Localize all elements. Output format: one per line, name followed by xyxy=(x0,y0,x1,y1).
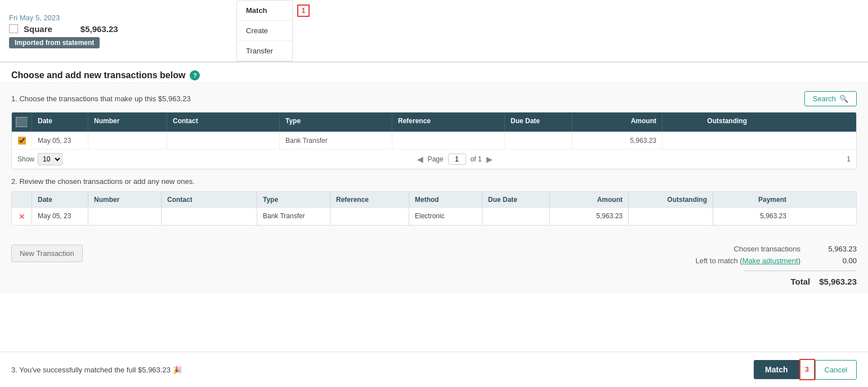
table2-col-type: Type xyxy=(257,192,330,208)
bottom-section: New Transaction Chosen transactions 5,96… xyxy=(0,238,868,293)
table1-cell-type: Bank Transfer xyxy=(280,132,392,149)
table2-col-payment: Payment xyxy=(713,192,792,208)
totals-divider xyxy=(744,271,857,271)
chosen-transactions-row: Chosen transactions 5,963.23 xyxy=(733,245,857,253)
bank-transaction-row: Fri May 5, 2023 Square $5,963.23 Importe… xyxy=(0,0,868,62)
table2-col-contact: Contact xyxy=(162,192,257,208)
table2-header: Date Number Contact Type Reference Metho… xyxy=(12,192,856,208)
footer-actions: Match 3 Cancel xyxy=(754,359,857,380)
table2-col-method: Method xyxy=(409,192,482,208)
bank-vendor-name: Square xyxy=(24,24,52,34)
match-button[interactable]: Match xyxy=(754,360,799,379)
table1-col-duedate: Due Date xyxy=(505,112,572,132)
imported-badge: Imported from statement xyxy=(9,37,100,48)
pagination-left: Show 10 25 50 xyxy=(17,153,62,165)
choose-header-area: Choose and add new transactions below ? xyxy=(0,62,868,83)
table1-header: Date Number Contact Type Reference Due D… xyxy=(12,112,856,132)
table1-col-date: Date xyxy=(32,112,88,132)
choose-title: Choose and add new transactions below xyxy=(11,70,185,80)
pagination-count: 1 xyxy=(847,155,851,163)
table1-cell-contact xyxy=(167,132,280,149)
table2-cell-reference xyxy=(330,208,409,225)
chosen-value: 5,963.23 xyxy=(812,245,857,253)
new-transaction-button[interactable]: New Transaction xyxy=(11,245,83,262)
table2-cell-duedate xyxy=(482,208,550,225)
tab-create[interactable]: Create xyxy=(237,21,292,41)
table2-col-action xyxy=(12,192,32,208)
table1-col-number: Number xyxy=(88,112,167,132)
table2-col-outstanding: Outstanding xyxy=(629,192,713,208)
table1-col-check xyxy=(12,112,32,132)
table1-col-amount: Amount xyxy=(572,112,663,132)
left-value: 0.00 xyxy=(812,256,857,265)
table2-col-reference: Reference xyxy=(330,192,409,208)
table1-row: May 05, 23 Bank Transfer 5,963.23 xyxy=(12,132,856,149)
table2-cell-number xyxy=(88,208,162,225)
cancel-button[interactable]: Cancel xyxy=(815,360,857,380)
table1-select-all[interactable] xyxy=(16,117,28,127)
page-next-arrow[interactable]: ▶ xyxy=(486,155,493,164)
show-select[interactable]: 10 25 50 xyxy=(38,153,62,165)
table2-col-duedate: Due Date xyxy=(482,192,550,208)
table1-col-type: Type xyxy=(280,112,392,132)
bank-name-row: Square $5,963.23 xyxy=(9,24,223,34)
bank-amount: $5,963.23 xyxy=(80,24,118,34)
pagination-row: Show 10 25 50 ◀ Page of 1 ▶ 1 xyxy=(12,149,856,169)
table1-col-reference: Reference xyxy=(392,112,505,132)
table1-col-outstanding: Outstanding xyxy=(663,112,753,132)
bank-row-left: Fri May 5, 2023 Square $5,963.23 Importe… xyxy=(9,14,223,48)
search-button[interactable]: Search 🔍 xyxy=(804,91,857,106)
table2-cell-contact xyxy=(162,208,257,225)
page-prev-arrow[interactable]: ◀ xyxy=(417,155,423,164)
page-wrapper: Fri May 5, 2023 Square $5,963.23 Importe… xyxy=(0,0,868,387)
tab-transfer[interactable]: Transfer xyxy=(237,41,292,61)
bank-select-checkbox[interactable] xyxy=(9,24,18,33)
table2-wrap: Date Number Contact Type Reference Metho… xyxy=(11,191,857,226)
table2-cell-type: Bank Transfer xyxy=(257,208,330,225)
table1-cell-duedate xyxy=(505,132,572,149)
table1-row-wrapper: 2 May 05, 23 Bank Transfer 5,963.23 xyxy=(12,132,856,149)
total-value: $5,963.23 xyxy=(819,277,857,286)
page-input[interactable] xyxy=(448,154,466,165)
total-row: Total $5,963.23 xyxy=(791,277,857,286)
total-label: Total xyxy=(791,277,811,286)
footer-bar: 3. You've successfully matched the full … xyxy=(0,352,868,387)
table1-cell-date: May 05, 23 xyxy=(32,132,88,149)
table1-cell-outstanding xyxy=(663,132,753,149)
table1-wrap: Date Number Contact Type Reference Due D… xyxy=(11,112,857,169)
section1-header: 1. Choose the transactions that make up … xyxy=(11,91,857,106)
table2-row: ✕ May 05, 23 Bank Transfer Electronic 5,… xyxy=(12,208,856,225)
table1-cell-reference xyxy=(392,132,505,149)
table1-row-check[interactable] xyxy=(12,132,32,149)
table1-col-contact: Contact xyxy=(167,112,280,132)
footer-success-text: 3. You've successfully matched the full … xyxy=(11,366,182,374)
page-label: Page xyxy=(428,155,444,163)
badge-3: 3 xyxy=(799,359,815,380)
table2-col-amount: Amount xyxy=(550,192,629,208)
search-icon: 🔍 xyxy=(839,94,848,103)
table2-row-remove[interactable]: ✕ xyxy=(12,208,32,225)
table2-col-number: Number xyxy=(88,192,162,208)
of-label: of 1 xyxy=(471,155,482,163)
table2-cell-payment: 5,963.23 xyxy=(713,208,792,225)
table1-cell-amount: 5,963.23 xyxy=(572,132,663,149)
table1-row-checkbox[interactable] xyxy=(18,137,26,145)
left-label: Left to match (Make adjustment) xyxy=(696,256,800,265)
badge-1: 1 xyxy=(297,4,310,17)
show-label: Show xyxy=(17,155,34,163)
tab-match[interactable]: Match xyxy=(237,1,292,21)
badge-2: 2 xyxy=(11,134,12,147)
table2-cell-method: Electronic xyxy=(409,208,482,225)
section1-title: 1. Choose the transactions that make up … xyxy=(11,94,191,103)
help-icon[interactable]: ? xyxy=(190,70,200,80)
chosen-label: Chosen transactions xyxy=(733,245,800,253)
make-adjustment-link[interactable]: Make adjustment xyxy=(742,256,798,265)
left-to-match-row: Left to match (Make adjustment) 0.00 xyxy=(696,256,857,265)
section2-title: 2. Review the chosen transactions or add… xyxy=(11,177,857,186)
tabs-panel: Match Create Transfer xyxy=(236,0,293,61)
table2-col-date: Date xyxy=(32,192,88,208)
table2-cell-amount: 5,963.23 xyxy=(550,208,629,225)
table2-cell-outstanding xyxy=(629,208,713,225)
table1-cell-number xyxy=(88,132,167,149)
main-content: 1. Choose the transactions that make up … xyxy=(0,83,868,238)
